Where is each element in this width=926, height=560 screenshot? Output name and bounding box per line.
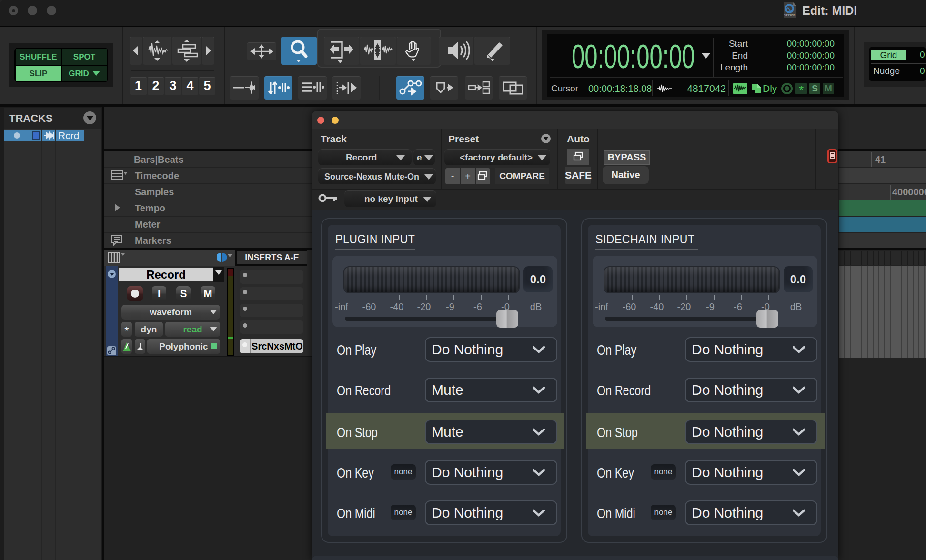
svg-text:SESSION: SESSION — [784, 14, 795, 17]
